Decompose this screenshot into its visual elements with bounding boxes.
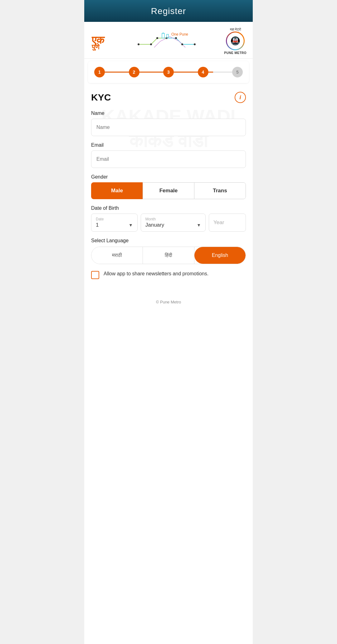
dob-date-small-label: Date <box>96 217 133 221</box>
email-input[interactable] <box>91 150 246 168</box>
content-area: KAKADE WADI काकडे वाडी KYC i Name Email … <box>84 86 253 295</box>
dob-month-value: January <box>145 222 164 228</box>
step-5[interactable]: 5 <box>232 67 243 77</box>
footer: © Pune Metro <box>84 295 253 309</box>
dob-date-value: 1 <box>96 222 99 228</box>
pune-logo-svg: एक पुणे <box>90 32 115 51</box>
language-section: Select Language मराठी हिंदी English <box>91 238 246 264</box>
logo-section: एक पुणे <box>84 22 253 59</box>
dob-date-field: Date 1 ▼ <box>91 214 138 232</box>
dob-year-placeholder: Year <box>213 219 224 226</box>
svg-point-2 <box>138 43 139 45</box>
page-title: Register <box>84 6 253 16</box>
gender-label: Gender <box>91 174 246 180</box>
newsletter-text: Allow app to share newsletters and promo… <box>104 270 208 277</box>
dob-month-arrow-icon: ▼ <box>197 223 201 228</box>
app-container: Register एक पुणे <box>84 0 253 644</box>
dob-label: Date of Birth <box>91 205 246 211</box>
lang-marathi-button[interactable]: मराठी <box>91 247 143 264</box>
dob-month-row: January ▼ <box>145 222 201 228</box>
newsletter-section: Allow app to share newsletters and promo… <box>91 270 246 279</box>
name-label: Name <box>91 111 246 116</box>
metro-bus-icon: 🚇 <box>230 36 240 46</box>
svg-point-8 <box>194 43 196 45</box>
language-label: Select Language <box>91 238 246 243</box>
svg-point-4 <box>156 37 158 39</box>
svg-text:पुणे: पुणे <box>91 43 100 51</box>
svg-marker-10 <box>162 32 164 33</box>
step-line-filled <box>100 72 213 73</box>
gender-buttons: Male Female Trans <box>91 182 246 199</box>
lang-english-button[interactable]: English <box>194 247 246 264</box>
pune-metro-logo: महा मेट्रो 🚇 PUNE METRO <box>224 27 247 55</box>
metro-map: One Pune <box>115 32 224 51</box>
progress-steps: 1 2 3 4 5 <box>94 67 243 77</box>
dob-year-selector[interactable]: Year <box>209 214 246 232</box>
dob-date-selector[interactable]: Date 1 ▼ <box>91 214 138 232</box>
step-4[interactable]: 4 <box>198 67 208 77</box>
email-field-group: Email <box>91 142 246 168</box>
step-1[interactable]: 1 <box>94 67 105 77</box>
gender-male-button[interactable]: Male <box>91 182 143 199</box>
metro-circle: 🚇 <box>226 32 245 50</box>
footer-text: © Pune Metro <box>156 300 181 304</box>
dob-month-field: Month January ▼ <box>141 214 206 232</box>
header: Register <box>84 0 253 22</box>
gender-trans-button[interactable]: Trans <box>194 182 246 199</box>
svg-point-3 <box>150 43 152 45</box>
metro-map-svg: One Pune <box>135 32 204 51</box>
svg-point-6 <box>175 37 177 39</box>
step-3[interactable]: 3 <box>163 67 174 77</box>
dob-month-selector[interactable]: Month January ▼ <box>141 214 206 232</box>
dob-year-field: Year <box>209 214 246 232</box>
newsletter-checkbox[interactable] <box>91 271 99 279</box>
language-buttons: मराठी हिंदी English <box>91 247 246 264</box>
info-icon-label: i <box>239 94 241 101</box>
dob-date-row: 1 ▼ <box>96 222 133 228</box>
dob-row: Date 1 ▼ Month January ▼ <box>91 214 246 232</box>
step-2[interactable]: 2 <box>129 67 139 77</box>
gender-female-button[interactable]: Female <box>143 182 194 199</box>
info-icon[interactable]: i <box>235 92 246 103</box>
gender-field-group: Gender Male Female Trans <box>91 174 246 199</box>
pune-metro-text: PUNE METRO <box>224 51 247 55</box>
email-label: Email <box>91 142 246 148</box>
dob-month-small-label: Month <box>145 217 201 221</box>
dob-field-group: Date of Birth Date 1 ▼ Month <box>91 205 246 232</box>
kyc-title: KYC <box>91 92 111 103</box>
name-input[interactable] <box>91 119 246 136</box>
progress-section: 1 2 3 4 5 <box>88 61 249 83</box>
kyc-header: KYC i <box>91 92 246 103</box>
svg-point-7 <box>181 43 183 45</box>
ek-pune-logo: एक पुणे <box>90 32 115 51</box>
lang-hindi-button[interactable]: हिंदी <box>143 247 194 264</box>
svg-rect-9 <box>162 33 164 38</box>
maha-metro-text: महा मेट्रो <box>230 27 241 32</box>
svg-text:One Pune: One Pune <box>171 32 188 37</box>
name-field-group: Name <box>91 111 246 136</box>
dob-date-arrow-icon: ▼ <box>129 223 133 228</box>
